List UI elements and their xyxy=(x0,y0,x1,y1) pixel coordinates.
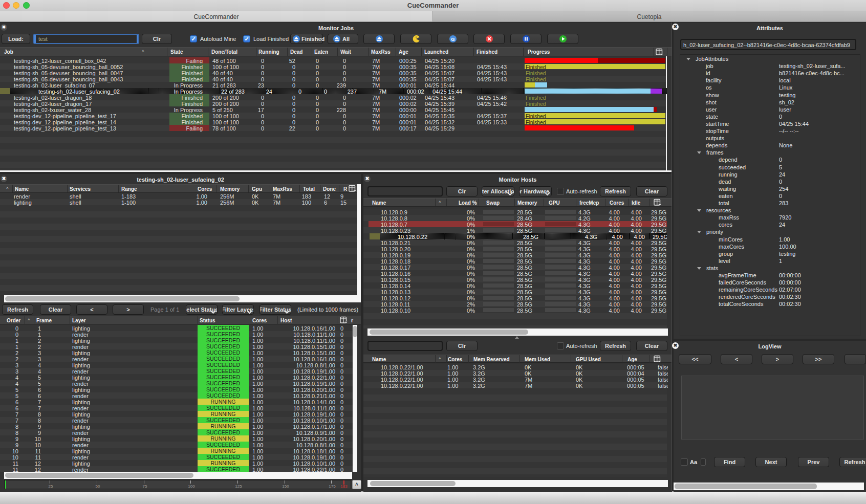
svg-text:G: G xyxy=(451,36,454,42)
